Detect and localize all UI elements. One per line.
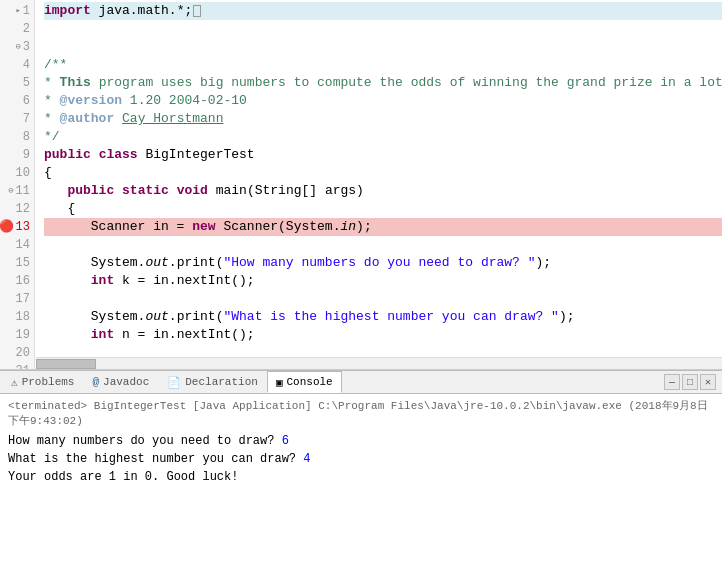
code-line-4: /**	[44, 56, 722, 74]
console-line-1: How many numbers do you need to draw? 6	[8, 432, 714, 450]
tab-declaration[interactable]: 📄 Declaration	[158, 371, 267, 393]
tab-controls: — □ ✕	[664, 374, 720, 390]
code-line-9: public class BigIntegerTest	[44, 146, 722, 164]
console-text-1: How many numbers do you need to draw?	[8, 434, 282, 448]
console-icon: ▣	[276, 376, 283, 389]
code-line-13: Scanner in = new Scanner(System.in);	[44, 218, 722, 236]
code-line-12: {	[44, 200, 722, 218]
fold-icon-11[interactable]: ⊖	[8, 182, 13, 200]
code-line-1: import java.math.*;	[44, 2, 722, 20]
code-line-6: * @version 1.20 2004-02-10	[44, 92, 722, 110]
code-line-10: {	[44, 164, 722, 182]
console-input-1: 6	[282, 434, 289, 448]
tab-console[interactable]: ▣ Console	[267, 371, 342, 393]
code-line-16: int k = in.nextInt();	[44, 272, 722, 290]
problems-icon: ⚠	[11, 376, 18, 389]
code-line-11: public static void main(String[] args)	[44, 182, 722, 200]
declaration-icon: 📄	[167, 376, 181, 389]
code-line-18: System.out.print("What is the highest nu…	[44, 308, 722, 326]
code-line-19: int n = in.nextInt();	[44, 326, 722, 344]
horizontal-scrollbar[interactable]	[36, 357, 722, 369]
code-line-2	[44, 20, 722, 38]
code-line-17	[44, 290, 722, 308]
code-line-7: * @author Cay Horstmann	[44, 110, 722, 128]
console-text-2: What is the highest number you can draw?	[8, 452, 303, 466]
code-line-8: */	[44, 128, 722, 146]
tab-javadoc[interactable]: @ Javadoc	[83, 371, 158, 393]
code-line-14	[44, 236, 722, 254]
line-numbers: ▸1 2 ⊖3 4 5 6 7 8 9 10 ⊖11 12 🔴13 14 15 …	[0, 0, 35, 369]
maximize-button[interactable]: □	[682, 374, 698, 390]
code-content[interactable]: import java.math.*; /** * This program u…	[36, 0, 722, 369]
code-line-15: System.out.print("How many numbers do yo…	[44, 254, 722, 272]
code-line-3	[44, 38, 722, 56]
console-line-2: What is the highest number you can draw?…	[8, 450, 714, 468]
minimize-button[interactable]: —	[664, 374, 680, 390]
scrollbar-thumb[interactable]	[36, 359, 96, 369]
fold-icon-1[interactable]: ▸	[15, 2, 20, 20]
tab-javadoc-label: Javadoc	[103, 376, 149, 388]
console-line-3: Your odds are 1 in 0. Good luck!	[8, 468, 714, 486]
tab-console-label: Console	[287, 376, 333, 388]
editor-area: ▸1 2 ⊖3 4 5 6 7 8 9 10 ⊖11 12 🔴13 14 15 …	[0, 0, 722, 370]
console-header: <terminated> BigIntegerTest [Java Applic…	[8, 398, 714, 428]
tab-bar: ⚠ Problems @ Javadoc 📄 Declaration ▣ Con…	[0, 370, 722, 394]
tab-problems-label: Problems	[22, 376, 75, 388]
tab-problems[interactable]: ⚠ Problems	[2, 371, 83, 393]
code-line-5: * This program uses big numbers to compu…	[44, 74, 722, 92]
console-content: <terminated> BigIntegerTest [Java Applic…	[0, 394, 722, 569]
fold-icon-4[interactable]: ⊖	[15, 38, 20, 56]
console-input-2: 4	[303, 452, 310, 466]
tab-declaration-label: Declaration	[185, 376, 258, 388]
javadoc-icon: @	[92, 376, 99, 388]
bottom-panel: ⚠ Problems @ Javadoc 📄 Declaration ▣ Con…	[0, 370, 722, 569]
console-text-3: Your odds are 1 in 0. Good luck!	[8, 470, 238, 484]
close-button[interactable]: ✕	[700, 374, 716, 390]
